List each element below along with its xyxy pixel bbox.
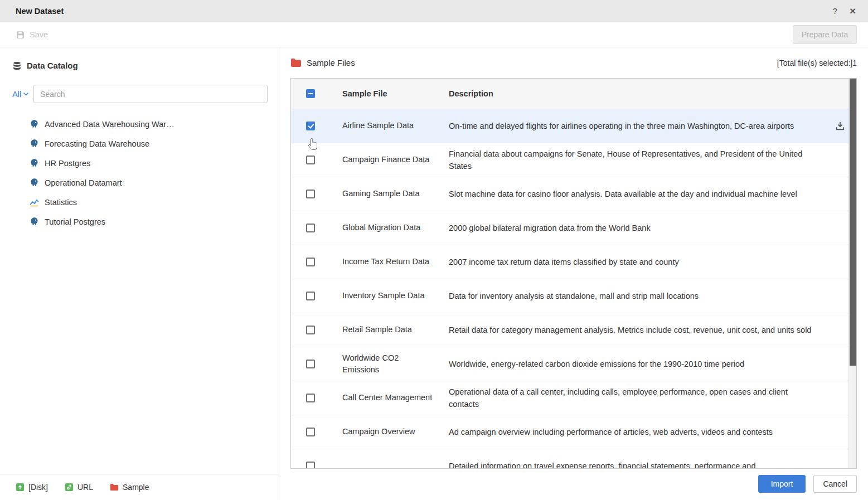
catalog-item[interactable]: Tutorial Postgres [12,212,268,231]
search-row: All [12,85,268,103]
postgres-icon [29,178,39,187]
sample-files-table: Sample File Description Airline Sample D… [290,78,857,469]
total-selected-text: [Total file(s) selected:]1 [777,59,857,67]
catalog-item-label: Statistics [45,198,77,207]
sample-files-header: Sample Files [Total file(s) selected:]1 [290,47,857,78]
postgres-icon [29,119,39,129]
prepare-data-button[interactable]: Prepare Data [793,25,857,44]
sample-file-name: Worldwide CO2 Emissions [330,352,441,376]
source-type-label: URL [77,483,93,492]
table-row[interactable]: Income Tax Return Data 2007 income tax r… [291,245,856,279]
url-icon [65,483,74,492]
help-icon[interactable]: ? [833,7,837,15]
table-row[interactable]: Call Center Management Operational data … [291,381,856,415]
catalog-list: Advanced Data Warehousing War… Forecasti… [12,114,268,231]
sample-files-panel: Sample Files [Total file(s) selected:]1 … [279,47,868,500]
catalog-item[interactable]: Operational Datamart [12,173,268,192]
sample-file-description: Operational data of a call center, inclu… [441,386,824,411]
table-row[interactable]: Airline Sample Data On-time and delayed … [291,109,856,143]
sample-file-description: Financial data about campaigns for Senat… [441,148,824,173]
sample-file-name: Campaign Finance Data [330,154,441,166]
source-type-item[interactable]: URL [65,483,93,492]
source-type-footer: [Disk] URL Sample [0,474,279,500]
table-row[interactable]: Retail Sample Data Retail data for categ… [291,313,856,347]
table-row[interactable]: Campaign Finance Data Financial data abo… [291,143,856,177]
save-button[interactable]: Save [16,30,48,40]
row-checkbox[interactable] [306,326,315,334]
sample-file-name: Airline Sample Data [330,120,441,132]
column-header-description: Description [441,89,824,98]
scrollbar-thumb[interactable] [850,79,856,366]
row-checkbox[interactable] [306,394,315,402]
sample-file-name: Retail Sample Data [330,324,441,336]
data-catalog-title: Data Catalog [27,61,78,70]
catalog-item[interactable]: Forecasting Data Warehouse [12,134,268,153]
data-catalog-header: Data Catalog [12,61,268,70]
catalog-item-label: Forecasting Data Warehouse [45,139,149,148]
table-row[interactable]: Worldwide CO2 Emissions Worldwide, energ… [291,347,856,381]
row-checkbox[interactable] [306,122,315,130]
filter-label: All [12,90,21,99]
row-checkbox[interactable] [306,190,315,198]
table-row[interactable]: Detailed information on travel expense r… [291,449,856,469]
sample-file-name: Income Tax Return Data [330,256,441,268]
source-type-item[interactable]: Sample [110,483,149,492]
sample-file-description: 2007 income tax return data items classi… [441,256,824,268]
source-type-label: Sample [123,483,149,492]
source-type-filter[interactable]: All [12,90,28,99]
sample-file-name: Campaign Overview [330,426,441,438]
sample-files-title: Sample Files [307,58,355,67]
save-icon [16,30,25,40]
sample-file-description: Slot machine data for casino floor analy… [441,188,824,200]
source-type-item[interactable]: [Disk] [16,483,48,492]
table-scrollbar[interactable] [848,79,856,468]
import-button[interactable]: Import [758,475,806,493]
dialog-content: Data Catalog All Advanced Data Warehousi… [0,47,868,500]
catalog-item-label: Tutorial Postgres [45,217,105,226]
postgres-icon [29,139,39,148]
table-row[interactable]: Inventory Sample Data Data for inventory… [291,279,856,313]
sample-file-description: On-time and delayed flights for airlines… [441,120,824,132]
source-type-label: [Disk] [28,483,48,492]
close-icon[interactable]: × [850,6,856,16]
sample-file-description: Data for inventory analysis at standalon… [441,290,824,302]
table-row[interactable]: Campaign Overview Ad campaign overview i… [291,415,856,449]
row-checkbox[interactable] [306,360,315,368]
postgres-icon [29,217,39,226]
disk-icon [16,483,25,492]
catalog-item-label: Operational Datamart [45,178,122,187]
row-checkbox[interactable] [306,156,315,164]
sample-file-description: Worldwide, energy-related carbon dioxide… [441,358,824,370]
database-stack-icon [12,61,22,70]
table-row[interactable]: Global Migration Data 2000 global bilate… [291,211,856,245]
sample-file-description: Retail data for category management anal… [441,324,824,336]
sample-file-name: Inventory Sample Data [330,290,441,302]
save-label: Save [30,30,48,39]
cancel-button[interactable]: Cancel [813,475,857,493]
catalog-item[interactable]: HR Postgres [12,153,268,173]
row-checkbox[interactable] [306,224,315,232]
dialog-title: New Dataset [16,7,64,16]
search-input[interactable] [33,85,268,103]
row-checkbox[interactable] [306,462,315,469]
table-body: Airline Sample Data On-time and delayed … [291,109,856,469]
catalog-item[interactable]: Statistics [12,192,268,212]
row-checkbox[interactable] [306,428,315,436]
column-header-sample-file: Sample File [330,89,441,98]
postgres-icon [29,158,39,168]
sample-file-name: Gaming Sample Data [330,188,441,200]
sample-file-name: Global Migration Data [330,222,441,234]
download-icon[interactable] [835,121,845,131]
row-checkbox[interactable] [306,292,315,300]
sample-file-description: Detailed information on travel expense r… [441,460,824,469]
titlebar-actions: ? × [833,6,856,16]
table-row[interactable]: Gaming Sample Data Slot machine data for… [291,177,856,211]
catalog-item[interactable]: Advanced Data Warehousing War… [12,114,268,134]
sample-file-description: 2000 global bilateral migration data fro… [441,222,824,234]
folder-icon [290,58,302,67]
dialog-footer: Import Cancel [290,475,857,493]
statistics-icon [29,197,39,207]
row-checkbox[interactable] [306,258,315,266]
select-all-checkbox[interactable] [306,89,315,98]
toolbar: Save Prepare Data [0,22,868,47]
